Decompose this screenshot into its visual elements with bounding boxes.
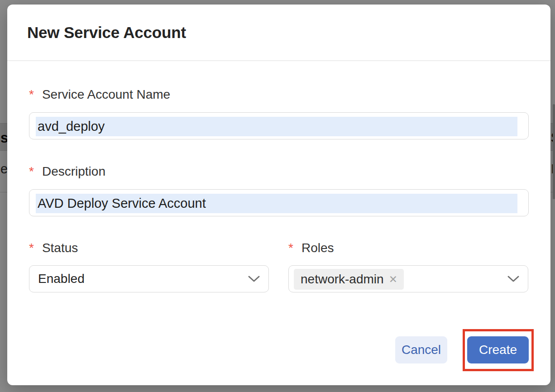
role-tag-label: network-admin bbox=[301, 272, 384, 287]
name-field-label-row: * Service Account Name bbox=[29, 87, 170, 102]
description-input-value: AVD Deploy Service Account bbox=[36, 196, 206, 211]
create-button[interactable]: Create bbox=[467, 336, 529, 363]
description-field-label-row: * Description bbox=[29, 164, 105, 179]
header-divider bbox=[7, 60, 550, 61]
chevron-down-icon bbox=[248, 275, 260, 282]
description-field-label: Description bbox=[42, 164, 105, 179]
required-marker: * bbox=[29, 240, 34, 256]
new-service-account-modal: New Service Account * Service Account Na… bbox=[7, 5, 550, 385]
required-marker: * bbox=[288, 240, 293, 256]
service-account-name-input[interactable]: avd_deploy bbox=[29, 112, 529, 139]
roles-multiselect[interactable]: network-admin ✕ bbox=[288, 265, 528, 292]
screen: sc er S Fi New Service Account * Service… bbox=[0, 0, 555, 392]
remove-tag-icon[interactable]: ✕ bbox=[389, 274, 397, 285]
status-select-value: Enabled bbox=[29, 272, 85, 286]
roles-field-label-row: * Roles bbox=[288, 240, 334, 256]
roles-field-label: Roles bbox=[301, 240, 334, 256]
text-selection-highlight: avd_deploy bbox=[36, 117, 517, 136]
role-tag: network-admin ✕ bbox=[294, 269, 404, 290]
status-field-label-row: * Status bbox=[29, 240, 78, 256]
text-selection-highlight: AVD Deploy Service Account bbox=[36, 194, 517, 213]
cancel-button[interactable]: Cancel bbox=[395, 336, 447, 363]
modal-title: New Service Account bbox=[27, 24, 186, 42]
required-marker: * bbox=[29, 164, 34, 179]
status-field-label: Status bbox=[42, 240, 78, 256]
required-marker: * bbox=[29, 87, 34, 102]
chevron-down-icon bbox=[507, 275, 520, 282]
name-input-value: avd_deploy bbox=[36, 119, 105, 134]
name-field-label: Service Account Name bbox=[42, 87, 170, 102]
description-input[interactable]: AVD Deploy Service Account bbox=[29, 189, 529, 216]
status-select[interactable]: Enabled bbox=[29, 265, 269, 292]
